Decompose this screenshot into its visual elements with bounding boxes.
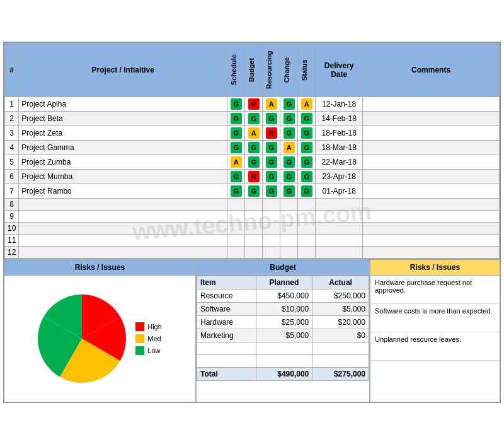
budget-row-empty <box>197 354 369 367</box>
project-delivery: 18-Mar-18 <box>316 140 363 155</box>
project-num: 2 <box>5 111 19 126</box>
budget-row: Resource $450,000 $250,000 <box>197 289 369 302</box>
project-schedule: G <box>227 126 245 140</box>
legend: High Med Low <box>135 322 162 355</box>
col-number-header: # <box>5 43 19 96</box>
project-change: G <box>280 169 298 184</box>
col-status-header: Status <box>298 43 316 96</box>
table-row-empty: 8 <box>5 198 500 210</box>
project-comments <box>363 111 500 126</box>
budget-col-planned: Planned <box>256 276 312 289</box>
table-row: 4 Project Gamma G G G A G 18-Mar-18 <box>5 140 500 155</box>
budget-panel: Budget Item Planned Actual Resource $450… <box>197 260 370 402</box>
project-status: G <box>298 169 316 184</box>
empty-num: 12 <box>5 246 19 258</box>
project-budget: A <box>245 126 263 140</box>
empty-budget <box>245 198 263 210</box>
empty-schedule <box>227 246 245 258</box>
project-comments <box>363 155 500 169</box>
table-row-empty: 11 <box>5 234 500 246</box>
empty-comments <box>363 198 500 210</box>
project-name: Project Mumba <box>19 169 227 184</box>
empty-name <box>19 198 227 210</box>
project-num: 6 <box>5 169 19 184</box>
empty-status <box>298 210 316 222</box>
risks-list: Hardware purchase request not approved.S… <box>370 276 500 361</box>
risks-panel-left: Risks / Issues <box>4 260 197 402</box>
legend-high-color <box>135 322 144 331</box>
empty-comments <box>363 222 500 234</box>
table-row: 7 Project Rambo G G G G G 01-Apr-18 <box>5 184 500 198</box>
empty-comments <box>363 210 500 222</box>
project-change: G <box>280 96 298 111</box>
project-comments <box>363 169 500 184</box>
empty-num: 9 <box>5 210 19 222</box>
project-status: G <box>298 126 316 140</box>
table-row-empty: 12 <box>5 246 500 258</box>
project-name: Project Zeta <box>19 126 227 140</box>
legend-low: Low <box>135 346 162 355</box>
risk-item: Software costs is more than expected. <box>370 304 500 332</box>
risks-panel-right: Risks / Issues Hardware purchase request… <box>370 260 500 402</box>
budget-planned: $450,000 <box>256 289 312 302</box>
budget-planned: $5,000 <box>256 329 312 342</box>
project-change: G <box>280 111 298 126</box>
empty-schedule <box>227 222 245 234</box>
project-delivery: 18-Feb-18 <box>316 126 363 140</box>
project-budget: R <box>245 96 263 111</box>
empty-status <box>298 234 316 246</box>
budget-total-label: Total <box>197 367 256 380</box>
project-name: Project Gamma <box>19 140 227 155</box>
col-change-header: Change <box>280 43 298 96</box>
empty-status <box>298 198 316 210</box>
legend-high: High <box>135 322 162 331</box>
empty-status <box>298 222 316 234</box>
project-status: G <box>298 111 316 126</box>
budget-item-empty <box>197 354 256 367</box>
empty-budget <box>245 210 263 222</box>
empty-schedule <box>227 210 245 222</box>
project-resourcing: R <box>263 126 280 140</box>
project-budget: G <box>245 140 263 155</box>
empty-comments <box>363 246 500 258</box>
project-comments <box>363 140 500 155</box>
col-delivery-header: Delivery Date <box>316 43 363 96</box>
col-schedule-header: Schedule <box>227 43 245 96</box>
project-resourcing: A <box>263 96 280 111</box>
budget-actual: $5,000 <box>312 302 369 315</box>
project-resourcing: G <box>263 155 280 169</box>
risks-header-right: Risks / Issues <box>370 260 500 276</box>
empty-delivery <box>316 198 363 210</box>
empty-resourcing <box>263 210 280 222</box>
project-name: Project Zumba <box>19 155 227 169</box>
project-resourcing: G <box>263 169 280 184</box>
budget-item: Hardware <box>197 315 256 329</box>
project-delivery: 01-Apr-18 <box>316 184 363 198</box>
col-budget-header: Budget <box>245 43 263 96</box>
project-name: Project Rambo <box>19 184 227 198</box>
project-name: Project Aplha <box>19 96 227 111</box>
empty-name <box>19 234 227 246</box>
empty-resourcing <box>263 222 280 234</box>
empty-delivery <box>316 246 363 258</box>
empty-delivery <box>316 234 363 246</box>
budget-actual: $20,000 <box>312 315 369 329</box>
budget-row-empty <box>197 342 369 354</box>
empty-change <box>280 222 298 234</box>
project-schedule: G <box>227 169 245 184</box>
project-delivery: 23-Apr-18 <box>316 169 363 184</box>
pie-container: High Med Low <box>38 295 162 383</box>
empty-num: 11 <box>5 234 19 246</box>
budget-total-row: Total $490,000 $275,000 <box>197 367 369 380</box>
risks-content: High Med Low <box>4 276 195 402</box>
empty-name <box>19 246 227 258</box>
budget-header: Budget <box>197 260 369 276</box>
table-row: 5 Project Zumba A G G G G 22-Mar-18 <box>5 155 500 169</box>
project-comments <box>363 96 500 111</box>
project-delivery: 14-Feb-18 <box>316 111 363 126</box>
legend-high-label: High <box>147 323 162 330</box>
project-schedule: A <box>227 155 245 169</box>
project-change: G <box>280 155 298 169</box>
budget-actual: $250,000 <box>312 289 369 302</box>
pie-chart <box>38 295 126 383</box>
